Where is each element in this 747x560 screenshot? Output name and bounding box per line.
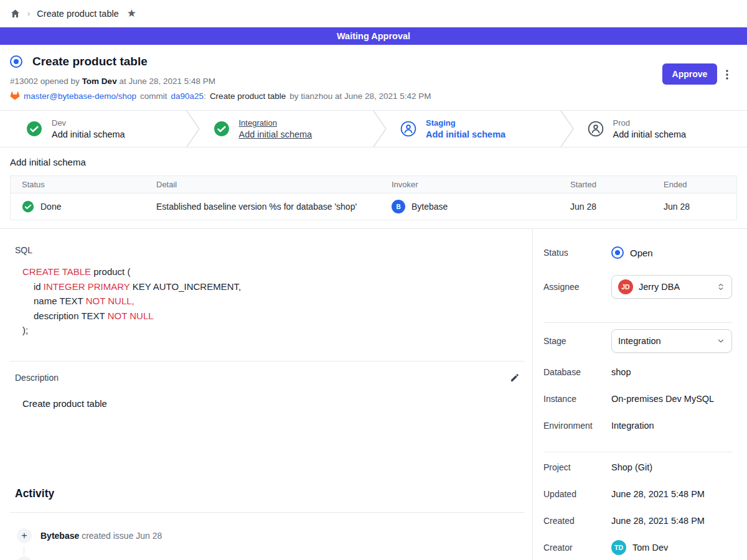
- assignee-label: Assignee: [543, 282, 611, 292]
- gitlab-icon: [10, 91, 20, 101]
- commit-message: Create product table: [210, 91, 286, 101]
- stage-task-name: Add initial schema: [613, 129, 687, 139]
- vcs-branch-link[interactable]: master@bytebase-demo/shop: [24, 91, 136, 101]
- sql-label: SQL: [15, 245, 532, 255]
- task-table-header: Status Detail Invoker Started Ended: [11, 176, 736, 194]
- stage-pending-person-icon: [588, 121, 604, 137]
- pipeline: DevAdd initial schemaIntegrationAdd init…: [0, 111, 747, 147]
- stage-pending-person-icon: [400, 121, 416, 137]
- activity-actor: Bytebase: [40, 531, 79, 541]
- sql-line: );: [22, 323, 532, 338]
- colon: :: [204, 91, 206, 101]
- col-status: Status: [11, 180, 145, 189]
- database-row: Database shop: [543, 367, 732, 377]
- pipeline-stage-dev[interactable]: DevAdd initial schema: [0, 111, 186, 147]
- pipeline-stage-prod[interactable]: ProdAdd initial schema: [574, 111, 747, 147]
- created-label: Created: [543, 516, 611, 526]
- breadcrumb-title[interactable]: Create product table: [37, 9, 118, 19]
- breadcrumb: › Create product table ★: [0, 0, 747, 27]
- task-section-title: Add initial schema: [10, 157, 737, 167]
- breadcrumb-separator-icon: ›: [27, 9, 30, 18]
- sql-line: CREATE TABLE product (: [22, 264, 532, 279]
- activity-action: created issue Jun 28: [82, 531, 162, 541]
- project-label: Project: [543, 462, 611, 472]
- edit-description-pencil-icon[interactable]: [509, 371, 521, 384]
- task-started: Jun 28: [570, 202, 596, 212]
- creator-label: Creator: [543, 543, 611, 553]
- kebab-menu-icon[interactable]: [721, 68, 733, 82]
- col-detail: Detail: [145, 180, 380, 189]
- updated-row: Updated June 28, 2021 5:48 PM: [543, 489, 732, 499]
- creator-row: Creator TD Tom Dev: [543, 540, 732, 555]
- divider: [10, 512, 525, 513]
- sql-line: name TEXT NOT NULL,: [22, 294, 532, 309]
- commit-author-time: by tianzhou at June 28, 2021 5:42 PM: [289, 91, 431, 101]
- issue-author: Tom Dev: [82, 77, 117, 86]
- done-check-icon: [22, 200, 34, 213]
- task-row[interactable]: Done Established baseline version %s for…: [11, 194, 736, 220]
- status-value: Open: [630, 248, 653, 258]
- project-value: Shop (Git): [611, 462, 652, 472]
- stage-done-check-icon: [26, 121, 42, 137]
- task-section: Add initial schema Status Detail Invoker…: [0, 147, 747, 229]
- environment-row: Environment Integration: [543, 421, 732, 431]
- assignee-value: Jerry DBA: [639, 282, 711, 292]
- status-label: Status: [543, 248, 611, 258]
- issue-open-status-icon: [10, 55, 22, 68]
- stage-task-name: Add initial schema: [52, 129, 125, 139]
- waiting-approval-banner: Waiting Approval: [0, 27, 747, 45]
- commit-hash-link[interactable]: da90a25: [171, 91, 204, 101]
- divider: [10, 361, 525, 362]
- description-text: Create product table: [22, 398, 532, 409]
- approve-button[interactable]: Approve: [662, 63, 717, 85]
- task-table: Status Detail Invoker Started Ended Done…: [10, 175, 737, 220]
- pipeline-stage-integration[interactable]: IntegrationAdd initial schema: [200, 111, 374, 147]
- issue-title: Create product table: [32, 55, 148, 68]
- task-status: Done: [40, 202, 61, 212]
- instance-value: On-premises Dev MySQL: [611, 394, 714, 404]
- stage-env-label: Dev: [52, 118, 125, 128]
- home-icon[interactable]: [10, 8, 21, 19]
- chevron-down-icon: [716, 337, 725, 345]
- updated-label: Updated: [543, 489, 611, 499]
- project-row: Project Shop (Git): [543, 462, 732, 472]
- database-label: Database: [543, 367, 611, 377]
- created-value: June 28, 2021 5:48 PM: [611, 516, 705, 526]
- stage-env-label: Integration: [239, 118, 312, 128]
- sql-line: id INTEGER PRIMARY KEY AUTO_INCREMENT,: [22, 279, 532, 294]
- task-ended: Jun 28: [664, 202, 690, 212]
- timeline-connector: [24, 546, 24, 555]
- issue-main-panel: SQL CREATE TABLE product (id INTEGER PRI…: [0, 229, 533, 560]
- invoker-avatar: B: [392, 200, 405, 213]
- task-invoker: Bytebase: [411, 202, 448, 212]
- assignee-avatar: JD: [618, 279, 633, 294]
- stage-separator-chevron: [186, 111, 200, 147]
- pipeline-stage-staging[interactable]: StagingAdd initial schema: [387, 111, 560, 147]
- commit-label: commit: [140, 91, 167, 101]
- stage-task-name: Add initial schema: [239, 129, 312, 139]
- sql-code: CREATE TABLE product (id INTEGER PRIMARY…: [22, 264, 532, 338]
- stage-task-name: Add initial schema: [426, 129, 505, 139]
- next-activity-marker: [17, 556, 32, 560]
- plus-icon: +: [17, 528, 32, 543]
- stage-select[interactable]: Integration: [611, 329, 732, 353]
- instance-row: Instance On-premises Dev MySQL: [543, 394, 732, 404]
- creator-value: Tom Dev: [632, 543, 668, 553]
- environment-label: Environment: [543, 421, 611, 431]
- assignee-select[interactable]: JD Jerry DBA: [611, 275, 732, 299]
- divider: [543, 322, 732, 323]
- issue-open-time: at June 28, 2021 5:48 PM: [119, 77, 215, 86]
- created-row: Created June 28, 2021 5:48 PM: [543, 516, 732, 526]
- database-value: shop: [611, 367, 631, 377]
- creator-avatar: TD: [611, 540, 626, 555]
- updated-value: June 28, 2021 5:48 PM: [611, 489, 705, 499]
- stage-row: Stage Integration: [543, 329, 732, 353]
- star-icon[interactable]: ★: [127, 7, 136, 20]
- description-label: Description: [15, 373, 59, 383]
- updown-chevron-icon: [716, 282, 725, 292]
- issue-sidebar: Status Open Assignee JD Jerry DBA Stage …: [533, 229, 747, 560]
- stage-separator-chevron: [373, 111, 387, 147]
- instance-label: Instance: [543, 394, 611, 404]
- activity-title: Activity: [15, 487, 532, 500]
- divider: [543, 452, 732, 452]
